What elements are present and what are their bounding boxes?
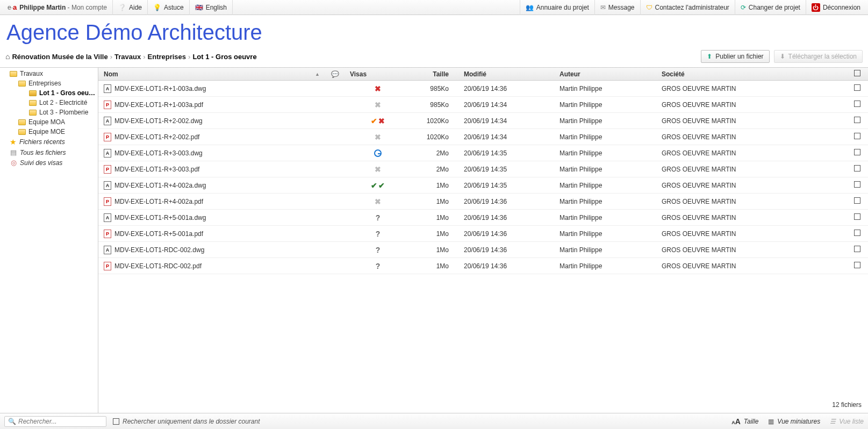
file-row[interactable]: AMDV-EXE-LOT1-R+2-002.dwg✔✖1020Ko20/06/1… [98,113,868,129]
file-company: GROS OEUVRE MARTIN [657,85,824,92]
col-header-select-all[interactable] [847,70,868,78]
logout-link[interactable]: ⏻ Déconnexion [806,0,866,15]
tree-item-fichiers-r-cents[interactable]: ★Fichiers récents [0,137,98,147]
file-row[interactable]: AMDV-EXE-LOT1-RDC-002.dwg?1Mo20/06/19 14… [98,242,868,258]
tree-item-label: Equipe MOE [28,128,96,135]
search-input[interactable] [18,418,103,425]
col-header-taille[interactable]: Taille [410,70,453,78]
flag-uk-icon: 🇬🇧 [195,4,203,11]
checkbox-icon[interactable] [113,418,119,425]
checkbox-icon[interactable] [854,197,860,204]
row-select[interactable] [847,101,868,109]
project-directory-link[interactable]: 👥 Annuaire du projet [520,0,594,15]
text-size-toggle[interactable]: AA Taille [731,417,758,426]
account-menu[interactable]: e·a Philippe Martin - Mon compte [2,0,113,15]
row-select[interactable] [847,133,868,141]
checkbox-icon[interactable] [854,70,860,76]
tree-item-lot-1-gros-oeuvre[interactable]: Lot 1 - Gros oeuvre [0,88,98,98]
checkbox-icon[interactable] [854,246,860,252]
file-name: MDV-EXE-LOT1-RDC-002.dwg [114,246,204,254]
thumbnail-view-button[interactable]: ▦ Vue miniatures [768,418,820,425]
breadcrumb-home[interactable]: Rénovation Musée de la Ville [12,53,107,61]
language-link[interactable]: 🇬🇧 English [190,0,233,15]
file-company: GROS OEUVRE MARTIN [657,117,824,125]
breadcrumb-l1[interactable]: Travaux [114,53,141,61]
col-header-visas[interactable]: Visas [346,70,410,78]
file-row[interactable]: PMDV-EXE-LOT1-R+3-003.pdf✖2Mo20/06/19 14… [98,161,868,177]
col-header-nom[interactable]: Nom ▲ [98,70,324,78]
checkbox-icon[interactable] [854,230,860,236]
visa-status: ✖ [350,197,406,206]
col-header-societe[interactable]: Société [657,70,824,78]
breadcrumb-sep: › [110,53,112,61]
tree-item-entreprises[interactable]: Entreprises [0,78,98,88]
tip-link[interactable]: 💡 Astuce [148,0,190,15]
col-header-auteur[interactable]: Auteur [555,70,657,78]
breadcrumb-l2[interactable]: Entreprises [148,53,186,61]
file-row[interactable]: PMDV-EXE-LOT1-R+5-001a.pdf?1Mo20/06/19 1… [98,226,868,242]
file-size: 985Ko [410,85,453,92]
row-select[interactable] [847,213,868,221]
folder-tree[interactable]: TravauxEntreprisesLot 1 - Gros oeuvreLot… [0,68,98,413]
checkbox-icon[interactable] [854,213,860,220]
tree-item-lot-2-electricit-[interactable]: Lot 2 - Electricité [0,98,98,108]
search-box[interactable]: 🔍 [4,416,106,427]
row-select[interactable] [847,84,868,92]
row-select[interactable] [847,165,868,173]
file-row[interactable]: PMDV-EXE-LOT1-RDC-002.pdf?1Mo20/06/19 14… [98,258,868,274]
directory-label: Annuaire du projet [536,4,589,11]
visa-status: ✖ [350,84,406,93]
publish-file-button[interactable]: ⬆ Publier un fichier [701,50,769,63]
tree-item-label: Lot 1 - Gros oeuvre [39,89,96,97]
row-select[interactable] [847,197,868,205]
dwg-file-icon: A [104,213,111,222]
tree-item-tous-les-fichiers[interactable]: ▤Tous les fichiers [0,147,98,158]
file-row[interactable]: AMDV-EXE-LOT1-R+5-001a.dwg?1Mo20/06/19 1… [98,210,868,226]
col-header-modifie[interactable]: Modifié [453,70,555,78]
breadcrumb-l3[interactable]: Lot 1 - Gros oeuvre [192,53,256,61]
tree-item-suivi-des-visas[interactable]: ◎Suivi des visas [0,158,98,168]
row-select[interactable] [847,262,868,270]
user-name: Philippe Martin [19,4,66,11]
thumb-view-label: Vue miniatures [777,418,820,425]
tree-item-equipe-moe[interactable]: Equipe MOE [0,127,98,137]
tree-item-lot-3-plomberie[interactable]: Lot 3 - Plomberie [0,108,98,117]
top-toolbar: e·a Philippe Martin - Mon compte ❔ Aide … [0,0,868,15]
file-row[interactable]: PMDV-EXE-LOT1-R+2-002.pdf✖1020Ko20/06/19… [98,129,868,145]
col-header-comment[interactable]: 💬 [324,70,346,78]
checkbox-icon[interactable] [854,181,860,188]
home-icon[interactable]: ⌂ [5,52,10,61]
row-select[interactable] [847,181,868,189]
checkbox-icon[interactable] [854,84,860,91]
file-row[interactable]: AMDV-EXE-LOT1-R+1-003a.dwg✖985Ko20/06/19… [98,81,868,97]
file-company: GROS OEUVRE MARTIN [657,182,824,189]
tree-item-equipe-moa[interactable]: Equipe MOA [0,117,98,127]
checkbox-icon[interactable] [854,165,860,171]
pdf-file-icon: P [104,165,111,174]
tree-item-travaux[interactable]: Travaux [0,69,98,78]
checkbox-icon[interactable] [854,101,860,107]
search-current-folder-checkbox[interactable]: Rechercher uniquement dans le dossier co… [113,418,260,425]
grid-body[interactable]: AMDV-EXE-LOT1-R+1-003a.dwg✖985Ko20/06/19… [98,81,868,397]
breadcrumb-sep: › [188,53,190,61]
file-row[interactable]: AMDV-EXE-LOT1-R+4-002a.dwg✔✔1Mo20/06/19 … [98,177,868,194]
change-project-link[interactable]: ⟳ Changer de projet [735,0,806,15]
file-row[interactable]: PMDV-EXE-LOT1-R+1-003a.pdf✖985Ko20/06/19… [98,97,868,113]
checkbox-icon[interactable] [854,149,860,155]
visa-status [350,149,406,157]
checkbox-icon[interactable] [854,133,860,139]
row-select[interactable] [847,246,868,254]
list-view-label: Vue liste [839,418,864,425]
file-name: MDV-EXE-LOT1-R+5-001a.pdf [114,230,203,238]
row-select[interactable] [847,149,868,157]
checkbox-icon[interactable] [854,117,860,123]
row-select[interactable] [847,117,868,125]
search-icon: 🔍 [8,418,16,425]
row-select[interactable] [847,230,868,238]
message-link[interactable]: ✉ Message [594,0,640,15]
help-link[interactable]: ❔ Aide [113,0,148,15]
file-row[interactable]: AMDV-EXE-LOT1-R+3-003.dwg2Mo20/06/19 14:… [98,145,868,161]
checkbox-icon[interactable] [854,262,860,268]
file-row[interactable]: PMDV-EXE-LOT1-R+4-002a.pdf✖1Mo20/06/19 1… [98,194,868,210]
contact-admin-link[interactable]: 🛡 Contactez l'administrateur [640,0,735,15]
